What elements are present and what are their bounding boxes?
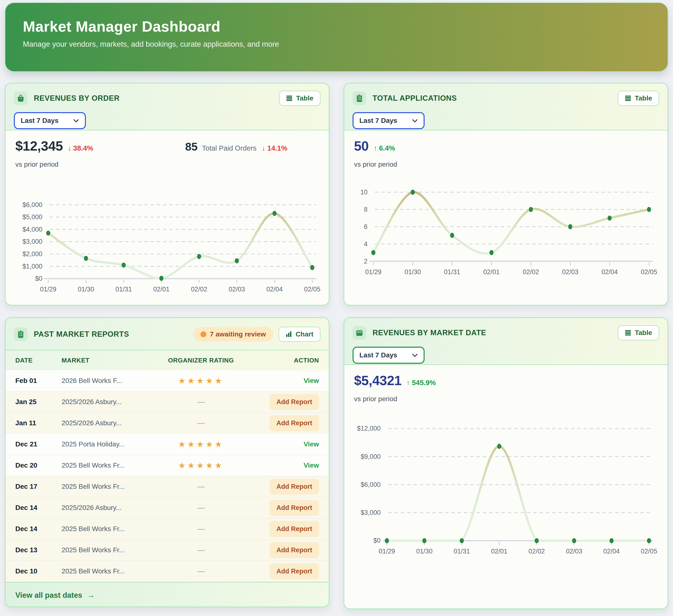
svg-text:02/05: 02/05: [304, 285, 320, 293]
market-cell: 2025 Bell Works Fr...: [61, 567, 144, 575]
table-row: Dec 202025 Bell Works Fr...★★★★★View: [6, 455, 329, 476]
add-report-button[interactable]: Add Report: [270, 394, 319, 410]
table-row: Dec 132025 Bell Works Fr...—Add Report: [6, 540, 329, 561]
action-cell: Add Report: [258, 479, 319, 494]
svg-text:01/29: 01/29: [365, 268, 382, 276]
column-header-rating: ORGANIZER RATING: [144, 357, 258, 364]
action-cell: Add Report: [258, 542, 319, 558]
add-report-button[interactable]: Add Report: [270, 500, 319, 516]
stats-section: $12,345 ↓ 38.4% 85 Total Paid Orders ↓ 1…: [6, 131, 329, 186]
action-cell: View: [258, 461, 319, 469]
date-cell: Dec 13: [15, 546, 61, 554]
svg-text:01/30: 01/30: [78, 285, 94, 293]
svg-text:$1,000: $1,000: [22, 263, 42, 270]
no-rating-dash: —: [197, 546, 205, 554]
primary-stat-delta: ↑ 545.9%: [406, 379, 436, 387]
no-rating-dash: —: [197, 503, 205, 511]
svg-text:02/03: 02/03: [562, 268, 578, 276]
table-view-button[interactable]: Table: [618, 91, 659, 106]
svg-text:$5,000: $5,000: [22, 213, 42, 221]
table-row: Dec 102025 Bell Works Fr...—Add Report: [6, 561, 329, 582]
comparison-label: vs prior period: [354, 161, 658, 168]
svg-text:02/04: 02/04: [604, 548, 620, 555]
cards-grid: REVENUES BY ORDER Table Last 7 Days: [5, 83, 668, 609]
revenues-by-market-date-chart: $0$3,000$6,000$9,000$12,00001/2901/3001/…: [344, 414, 667, 609]
svg-text:01/31: 01/31: [444, 268, 460, 276]
table-row: Dec 142025/2026 Asbury...—Add Report: [6, 497, 329, 519]
view-link[interactable]: View: [304, 461, 319, 469]
awaiting-review-badge: 7 awaiting review: [193, 327, 273, 342]
total-applications-chart: 24681001/2901/3001/3102/0102/0202/0302/0…: [344, 182, 667, 305]
add-report-button[interactable]: Add Report: [270, 542, 319, 558]
svg-text:01/29: 01/29: [379, 548, 395, 555]
rating-cell: —: [144, 398, 258, 406]
svg-text:4: 4: [364, 240, 368, 248]
table-row: Feb 012026 Bell Works F...★★★★★View: [6, 370, 329, 391]
date-cell: Dec 21: [15, 440, 61, 448]
revenues-by-order-chart: $0$1,000$2,000$3,000$4,000$5,000$6,00001…: [6, 186, 329, 300]
no-rating-dash: —: [197, 567, 205, 575]
chevron-down-icon: [73, 119, 79, 123]
svg-text:01/30: 01/30: [405, 268, 421, 276]
svg-text:02/05: 02/05: [641, 548, 657, 555]
svg-text:$3,000: $3,000: [361, 509, 381, 516]
market-cell: 2025/2026 Asbury...: [61, 419, 144, 427]
table-view-button[interactable]: Table: [618, 325, 659, 340]
period-select[interactable]: Last 7 Days: [353, 112, 425, 129]
date-cell: Dec 14: [15, 504, 61, 511]
svg-text:01/29: 01/29: [40, 285, 56, 293]
action-cell: Add Report: [258, 521, 319, 537]
add-report-button[interactable]: Add Report: [270, 479, 319, 494]
chart-view-button[interactable]: Chart: [279, 327, 320, 342]
column-header-market: MARKET: [61, 357, 144, 364]
table-row: Dec 172025 Bell Works Fr...—Add Report: [6, 476, 329, 497]
card-title: TOTAL APPLICATIONS: [373, 94, 618, 103]
view-link[interactable]: View: [304, 377, 319, 384]
date-cell: Dec 10: [15, 567, 61, 575]
svg-text:02/02: 02/02: [528, 548, 545, 555]
svg-text:02/03: 02/03: [566, 548, 582, 555]
card-header: REVENUES BY ORDER Table Last 7 Days: [6, 83, 329, 131]
period-select[interactable]: Last 7 Days: [353, 347, 425, 364]
period-select[interactable]: Last 7 Days: [14, 112, 86, 129]
view-link[interactable]: View: [304, 440, 319, 448]
table-row: Dec 212025 Porta Holiday...★★★★★View: [6, 434, 329, 455]
clipboard-list-icon: [14, 328, 27, 341]
add-report-button[interactable]: Add Report: [270, 564, 319, 579]
svg-text:02/04: 02/04: [602, 268, 618, 276]
date-cell: Feb 01: [15, 377, 61, 385]
svg-text:$9,000: $9,000: [361, 453, 381, 460]
market-cell: 2025 Bell Works Fr...: [61, 461, 144, 469]
reports-table: Feb 012026 Bell Works F...★★★★★ViewJan 2…: [6, 370, 329, 582]
svg-text:$3,000: $3,000: [22, 238, 42, 245]
rating-cell: ★★★★★: [144, 439, 258, 449]
dashboard-page: Market Manager Dashboard Manage your ven…: [0, 0, 673, 609]
card-title: PAST MARKET REPORTS: [34, 330, 193, 339]
market-cell: 2025 Porta Holiday...: [61, 440, 144, 448]
table-row: Jan 112025/2026 Asbury...—Add Report: [6, 413, 329, 434]
add-report-button[interactable]: Add Report: [270, 521, 319, 537]
card-header: PAST MARKET REPORTS 7 awaiting review Ch…: [6, 318, 329, 350]
svg-text:02/01: 02/01: [491, 548, 507, 555]
action-cell: View: [258, 377, 319, 385]
secondary-stat-delta: ↓ 14.1%: [262, 144, 287, 152]
shopping-bag-icon: [14, 91, 27, 105]
date-cell: Jan 11: [15, 419, 61, 427]
status-dot-icon: [201, 331, 206, 337]
date-cell: Jan 25: [15, 398, 61, 406]
primary-stat: 50: [354, 138, 369, 154]
comparison-label: vs prior period: [15, 161, 319, 168]
rating-cell: —: [144, 546, 258, 554]
secondary-stat-label: Total Paid Orders: [202, 144, 256, 152]
svg-text:$6,000: $6,000: [361, 481, 381, 488]
add-report-button[interactable]: Add Report: [270, 415, 319, 431]
page-title: Market Manager Dashboard: [23, 18, 650, 35]
card-title: REVENUES BY MARKET DATE: [373, 329, 618, 337]
svg-text:02/02: 02/02: [191, 285, 207, 293]
table-view-button[interactable]: Table: [279, 91, 320, 106]
stats-section: $5,4321 ↑ 545.9% vs prior period: [344, 365, 667, 414]
svg-text:01/31: 01/31: [454, 548, 470, 555]
view-all-link[interactable]: View all past dates →: [15, 591, 95, 600]
primary-stat: $5,4321: [354, 373, 402, 388]
card-revenues-by-market-date: REVENUES BY MARKET DATE Table Last 7 Day…: [344, 317, 668, 609]
